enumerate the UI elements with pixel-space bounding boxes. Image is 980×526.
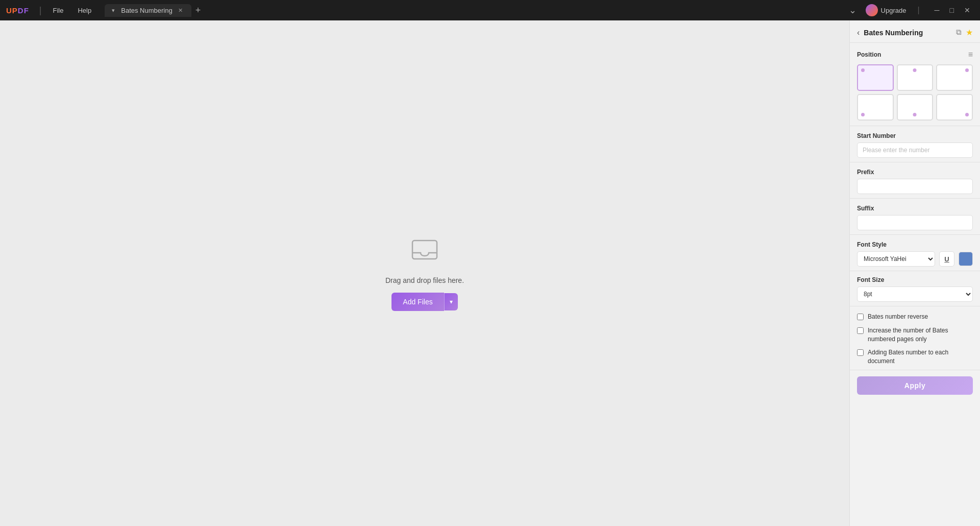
increase-pages-checkbox[interactable] bbox=[857, 327, 864, 334]
right-panel: ‹ Bates Numbering ⧉ ★ Position ≡ bbox=[849, 20, 980, 526]
font-size-section: Font Size 8pt 10pt 12pt 14pt bbox=[850, 271, 980, 306]
tabs-area: ▾ Bates Numbering ✕ + bbox=[105, 4, 844, 17]
font-size-select[interactable]: 8pt 10pt 12pt 14pt bbox=[857, 286, 973, 302]
bates-reverse-row[interactable]: Bates number reverse bbox=[857, 313, 973, 321]
tab-close-button[interactable]: ✕ bbox=[177, 7, 184, 14]
chevron-down-icon[interactable]: ⌄ bbox=[849, 5, 856, 16]
panel-back-button[interactable]: ‹ bbox=[857, 28, 860, 37]
bates-reverse-checkbox[interactable] bbox=[857, 314, 864, 320]
position-label: Position ≡ bbox=[857, 50, 973, 59]
position-dot bbox=[965, 68, 969, 72]
tab-label: Bates Numbering bbox=[121, 7, 172, 14]
panel-title: Bates Numbering bbox=[864, 29, 956, 37]
position-section: Position ≡ bbox=[850, 43, 980, 126]
checkboxes-section: Bates number reverse Increase the number… bbox=[850, 306, 980, 370]
add-files-dropdown-button[interactable]: ▾ bbox=[444, 293, 458, 310]
panel-header-icons: ⧉ ★ bbox=[956, 28, 973, 37]
position-dot bbox=[913, 68, 917, 72]
increase-pages-row[interactable]: Increase the number of Bates numbered pa… bbox=[857, 326, 973, 344]
logo-df: DF bbox=[18, 6, 29, 15]
titlebar-right: ⌄ Upgrade | ─ □ ✕ bbox=[849, 2, 974, 18]
position-cell-top-left[interactable] bbox=[857, 64, 894, 91]
drag-drop-text: Drag and drop files here. bbox=[385, 276, 464, 284]
font-size-label: Font Size bbox=[857, 276, 973, 283]
upgrade-label: Upgrade bbox=[881, 7, 906, 14]
titlebar: UPDF | File Help ▾ Bates Numbering ✕ + ⌄… bbox=[0, 0, 980, 20]
position-cell-bottom-center[interactable] bbox=[897, 94, 934, 121]
position-cell-top-center[interactable] bbox=[897, 64, 934, 91]
active-tab[interactable]: ▾ Bates Numbering ✕ bbox=[105, 4, 191, 17]
star-icon[interactable]: ★ bbox=[966, 28, 973, 37]
suffix-section: Suffix bbox=[850, 199, 980, 235]
position-cell-bottom-left[interactable] bbox=[857, 94, 894, 121]
font-color-picker[interactable] bbox=[959, 252, 973, 266]
adding-bates-label: Adding Bates number to each document bbox=[868, 348, 973, 366]
add-files-wrapper: Add Files ▾ bbox=[391, 293, 457, 311]
font-controls: Microsoft YaHei U bbox=[857, 251, 973, 267]
font-style-section: Font Style Microsoft YaHei U bbox=[850, 235, 980, 271]
position-cell-top-right[interactable] bbox=[936, 64, 973, 91]
add-files-button[interactable]: Add Files bbox=[391, 293, 444, 311]
minimize-button[interactable]: ─ bbox=[931, 5, 943, 16]
logo-up: UP bbox=[6, 6, 18, 15]
position-dot bbox=[861, 68, 865, 72]
menu-help[interactable]: Help bbox=[72, 5, 96, 16]
font-family-select[interactable]: Microsoft YaHei bbox=[857, 251, 935, 267]
drop-zone-icon bbox=[408, 235, 441, 268]
start-number-section: Start Number bbox=[850, 126, 980, 162]
position-cell-bottom-right[interactable] bbox=[936, 94, 973, 121]
panel-header: ‹ Bates Numbering ⧉ ★ bbox=[850, 20, 980, 43]
apply-button[interactable]: Apply bbox=[857, 376, 973, 395]
bates-reverse-label: Bates number reverse bbox=[868, 313, 928, 321]
position-dot bbox=[861, 113, 865, 116]
upgrade-button[interactable]: Upgrade bbox=[862, 2, 911, 18]
content-area: Drag and drop files here. Add Files ▾ bbox=[0, 20, 849, 526]
suffix-input[interactable] bbox=[857, 215, 973, 230]
main-layout: Drag and drop files here. Add Files ▾ ‹ … bbox=[0, 20, 980, 526]
position-dot bbox=[913, 113, 917, 116]
position-grid bbox=[857, 64, 973, 121]
adding-bates-checkbox[interactable] bbox=[857, 349, 864, 356]
start-number-input[interactable] bbox=[857, 142, 973, 158]
maximize-button[interactable]: □ bbox=[946, 5, 958, 16]
titlebar-divider: | bbox=[917, 6, 919, 15]
suffix-label: Suffix bbox=[857, 205, 973, 212]
position-dot bbox=[965, 113, 969, 116]
tab-dropdown-icon[interactable]: ▾ bbox=[112, 7, 115, 14]
titlebar-separator: | bbox=[39, 5, 42, 16]
adding-bates-row[interactable]: Adding Bates number to each document bbox=[857, 348, 973, 366]
font-style-label: Font Style bbox=[857, 241, 973, 248]
menu-file[interactable]: File bbox=[48, 5, 69, 16]
window-controls: ─ □ ✕ bbox=[931, 5, 974, 16]
underline-icon: U bbox=[944, 255, 949, 263]
prefix-label: Prefix bbox=[857, 169, 973, 176]
prefix-section: Prefix bbox=[850, 162, 980, 199]
copy-icon[interactable]: ⧉ bbox=[956, 28, 962, 37]
app-logo: UPDF bbox=[6, 6, 29, 15]
start-number-label: Start Number bbox=[857, 132, 973, 139]
apply-section: Apply bbox=[850, 370, 980, 401]
new-tab-button[interactable]: + bbox=[191, 4, 205, 17]
underline-button[interactable]: U bbox=[939, 251, 954, 267]
filter-icon[interactable]: ≡ bbox=[968, 50, 973, 59]
user-avatar bbox=[866, 4, 878, 16]
prefix-input[interactable] bbox=[857, 179, 973, 194]
close-button[interactable]: ✕ bbox=[961, 5, 974, 16]
increase-pages-label: Increase the number of Bates numbered pa… bbox=[868, 326, 973, 344]
